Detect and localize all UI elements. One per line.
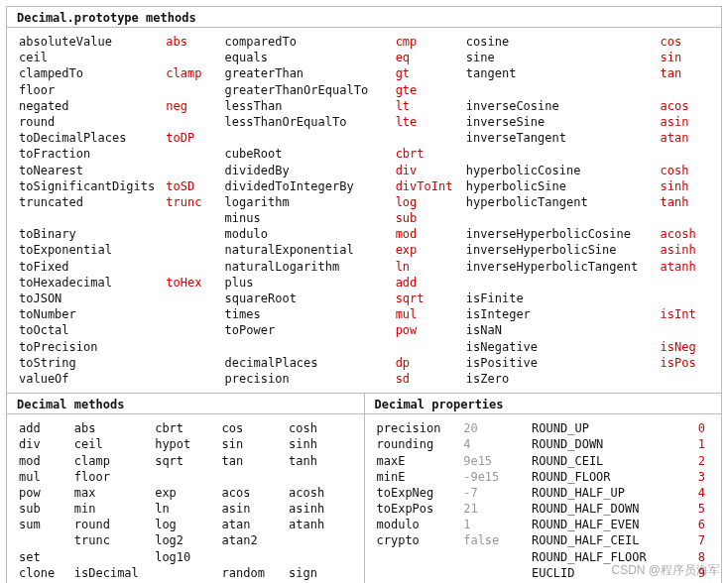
methods-cell: mod <box>17 453 72 469</box>
methods-cell <box>287 549 353 565</box>
proto-alias: abs <box>164 34 222 50</box>
proto-body: absoluteValueabscomparedTocmpcosinecosce… <box>7 28 721 393</box>
proto-row: absoluteValueabscomparedTocmpcosinecos <box>17 34 711 50</box>
proto-method <box>464 210 659 226</box>
proto-method: cosine <box>464 34 659 50</box>
prop-value: 20 <box>461 420 530 436</box>
proto-alias <box>394 339 464 355</box>
methods-cell: hypot <box>153 436 219 452</box>
methods-cell: add <box>17 420 72 436</box>
proto-method: truncated <box>17 194 164 210</box>
prop-const: ROUND_HALF_DOWN <box>530 501 688 517</box>
proto-alias <box>659 322 711 338</box>
methods-row: subminlnasinasinh <box>17 501 354 517</box>
proto-alias: pow <box>394 322 464 338</box>
props-row: modulo1ROUND_HALF_EVEN6 <box>375 517 712 532</box>
proto-row: roundlessThanOrEqualTolteinverseSineasin <box>17 114 711 130</box>
prop-value: -7 <box>461 485 530 501</box>
prop-value <box>461 565 530 581</box>
proto-method: naturalLogarithm <box>223 259 394 275</box>
proto-alias: toSD <box>164 178 222 194</box>
methods-cell: cos <box>220 420 287 436</box>
proto-method: comparedTo <box>223 34 394 50</box>
proto-alias <box>164 355 222 371</box>
methods-title: Decimal methods <box>7 394 364 414</box>
proto-method: clampedTo <box>17 65 164 81</box>
proto-method: toExponential <box>17 242 164 258</box>
proto-row: toDecimalPlacestoDPinverseTangentatan <box>17 130 711 146</box>
proto-method: inverseHyperbolicSine <box>464 242 659 258</box>
proto-method: logarithm <box>223 194 394 210</box>
proto-row: toExponentialnaturalExponentialexpinvers… <box>17 242 711 258</box>
methods-cell: sign <box>287 565 353 581</box>
proto-alias: isPos <box>659 355 711 371</box>
methods-cell: trunc <box>72 532 153 548</box>
methods-cell: log10 <box>153 549 219 565</box>
proto-alias: divToInt <box>394 178 464 194</box>
proto-alias: asin <box>659 114 711 130</box>
proto-alias <box>659 210 711 226</box>
proto-method <box>464 275 659 291</box>
proto-method: squareRoot <box>223 291 394 306</box>
proto-alias: exp <box>394 242 464 258</box>
methods-cell: atanh <box>287 517 353 532</box>
props-row: maxE9e15ROUND_CEIL2 <box>375 453 712 469</box>
proto-alias: gte <box>394 82 464 98</box>
proto-method: toBinary <box>17 226 164 242</box>
proto-alias: toDP <box>164 130 222 146</box>
methods-cell: acosh <box>287 485 353 501</box>
prop-name: toExpPos <box>375 501 462 517</box>
proto-method <box>17 210 164 226</box>
methods-cell: min <box>72 501 153 517</box>
proto-row: toBinarymodulomodinverseHyperbolicCosine… <box>17 226 711 242</box>
proto-alias: eq <box>394 50 464 65</box>
proto-alias: sqrt <box>394 291 464 306</box>
methods-cell: log <box>153 517 219 532</box>
proto-alias: tan <box>659 65 711 81</box>
prop-name: minE <box>375 469 462 485</box>
props-title: Decimal properties <box>365 394 722 414</box>
prop-name: precision <box>375 420 462 436</box>
proto-method: greaterThan <box>223 65 394 81</box>
proto-method: cubeRoot <box>223 146 394 162</box>
proto-method: hyperbolicSine <box>464 178 659 194</box>
proto-method: toPrecision <box>17 339 164 355</box>
proto-alias <box>164 306 222 322</box>
prop-const: ROUND_HALF_UP <box>530 485 688 501</box>
proto-row: toOctaltoPowerpowisNaN <box>17 322 711 338</box>
proto-alias <box>164 114 222 130</box>
proto-method: plus <box>223 275 394 291</box>
proto-row: clampedToclampgreaterThangttangenttan <box>17 65 711 81</box>
prop-const-num: 3 <box>688 469 711 485</box>
proto-row: minussub <box>17 210 711 226</box>
methods-cell <box>153 565 219 581</box>
prop-const: ROUND_UP <box>530 420 688 436</box>
proto-row: toPrecisionisNegativeisNeg <box>17 339 711 355</box>
methods-cell: round <box>72 517 153 532</box>
proto-method: round <box>17 114 164 130</box>
proto-alias <box>164 82 222 98</box>
methods-cell: acos <box>220 485 287 501</box>
methods-cell: pow <box>17 485 72 501</box>
proto-alias: cosh <box>659 163 711 178</box>
proto-alias: add <box>394 275 464 291</box>
methods-cell: tanh <box>287 453 353 469</box>
proto-row: ceilequalseqsinesin <box>17 50 711 65</box>
proto-method: toFraction <box>17 146 164 162</box>
props-row: cryptofalseROUND_HALF_CEIL7 <box>375 532 712 548</box>
methods-panel: Decimal methods addabscbrtcoscoshdivceil… <box>7 394 364 583</box>
proto-alias: acosh <box>659 226 711 242</box>
methods-cell: mul <box>17 469 72 485</box>
proto-method: isNegative <box>464 339 659 355</box>
proto-method: valueOf <box>17 371 164 387</box>
proto-method: isPositive <box>464 355 659 371</box>
proto-method: lessThanOrEqualTo <box>223 114 394 130</box>
proto-row: toNumbertimesmulisIntegerisInt <box>17 306 711 322</box>
proto-alias: cmp <box>394 34 464 50</box>
prop-const-num: 6 <box>688 517 711 532</box>
proto-method: times <box>223 306 394 322</box>
proto-alias <box>164 226 222 242</box>
methods-cell <box>153 469 219 485</box>
proto-method: isInteger <box>464 306 659 322</box>
prop-const: ROUND_HALF_CEIL <box>530 532 688 548</box>
